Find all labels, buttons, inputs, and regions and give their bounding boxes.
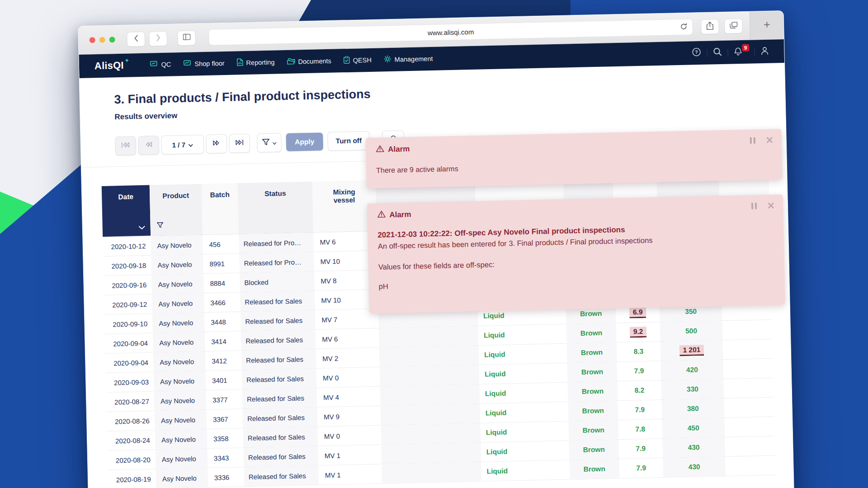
- header-status[interactable]: Status: [238, 182, 313, 234]
- cell-tail: [725, 436, 775, 456]
- nav-item-documents[interactable]: Documents: [287, 56, 331, 66]
- notification-count-badge: 9: [742, 44, 750, 51]
- cell-vessel: MV 0: [317, 426, 381, 446]
- cell-ph: 9.2: [616, 322, 660, 342]
- cell-appearance: Liquid: [480, 422, 569, 442]
- cell-batch: 456: [203, 234, 239, 254]
- divider: [727, 48, 728, 56]
- cell-value: 380: [661, 399, 724, 419]
- cell-status: Released for Sales: [244, 466, 319, 487]
- notifications-bell[interactable]: 9: [734, 47, 742, 57]
- results-page: 3. Final products / Final product inspec…: [80, 78, 793, 488]
- share-button[interactable]: [701, 19, 719, 34]
- navbar-utilities: ? 9: [692, 46, 769, 59]
- cell-appearance: Liquid: [481, 460, 570, 481]
- cell-spacer: [380, 365, 480, 386]
- pause-icon[interactable]: [750, 137, 755, 144]
- cell-product: Asy Novelo: [151, 274, 204, 294]
- new-tab-button[interactable]: +: [750, 11, 784, 40]
- cell-status: Released for Sales: [240, 291, 315, 312]
- nav-item-qesh[interactable]: QESH: [343, 55, 372, 65]
- cell-colour: Brown: [568, 420, 618, 440]
- next-page-button[interactable]: [206, 134, 227, 154]
- nav-item-label: Reporting: [246, 59, 274, 66]
- zoom-window-button[interactable]: [109, 37, 115, 42]
- help-icon[interactable]: ?: [692, 47, 701, 58]
- close-icon[interactable]: ✕: [767, 201, 775, 210]
- search-icon[interactable]: [713, 47, 722, 57]
- cell-appearance: Liquid: [481, 441, 569, 462]
- user-account-icon[interactable]: [760, 46, 769, 56]
- last-page-button[interactable]: [229, 134, 250, 153]
- cell-colour: Brown: [567, 343, 617, 362]
- cell-spacer: [380, 385, 480, 406]
- page-indicator-dropdown[interactable]: 1 / 7: [161, 135, 204, 155]
- cell-tail: [722, 320, 773, 340]
- previous-page-button[interactable]: [138, 136, 159, 155]
- sort-chevron-icon[interactable]: [139, 223, 145, 231]
- cell-spacer: [381, 423, 481, 445]
- cell-tail: [724, 398, 774, 418]
- address-bar[interactable]: www.alisqi.com: [208, 19, 693, 45]
- cell-batch: 3377: [206, 389, 243, 409]
- divider: [754, 48, 755, 56]
- cell-product: Asy Novelo: [154, 371, 206, 391]
- cell-value: 430: [662, 437, 725, 458]
- turn-off-button[interactable]: Turn off: [327, 131, 370, 151]
- cell-batch: 8884: [203, 273, 240, 293]
- cell-tail: [723, 359, 773, 379]
- first-page-button[interactable]: [115, 136, 136, 155]
- close-icon[interactable]: ✕: [765, 135, 774, 145]
- cell-tail: [724, 417, 774, 437]
- cell-status: Released for Sales: [243, 446, 318, 467]
- alarm-timestamp: 2021-12-03 10:22:22:: [377, 229, 453, 239]
- nav-item-shop-floor[interactable]: Shop floor: [183, 59, 225, 68]
- back-button[interactable]: [127, 31, 145, 47]
- alarm-fields-intro: Values for these fields are off-spec:: [378, 254, 774, 272]
- cell-value: 420: [660, 360, 723, 380]
- header-batch[interactable]: Batch: [202, 183, 239, 235]
- sidebar-toggle-button[interactable]: [177, 30, 196, 46]
- tab-overview-button[interactable]: [724, 18, 743, 33]
- nav-item-label: Shop floor: [194, 60, 224, 67]
- alarm-headline: Off-spec Asy Novelo Final product inspec…: [454, 225, 625, 238]
- pause-icon[interactable]: [751, 202, 757, 209]
- nav-item-qc[interactable]: QC: [150, 60, 171, 69]
- close-window-button[interactable]: [90, 37, 95, 43]
- alarm-title: Alarm: [388, 145, 410, 154]
- cell-colour: Brown: [569, 459, 619, 479]
- bell-icon: [734, 47, 742, 57]
- cell-date: 2020-09-10: [104, 314, 153, 334]
- alarm-message: There are 9 active alarms: [376, 158, 772, 175]
- cell-batch: 3414: [205, 331, 241, 351]
- apply-button[interactable]: Apply: [286, 132, 323, 151]
- header-product[interactable]: Product: [150, 184, 203, 235]
- header-label: Status: [264, 189, 286, 197]
- cell-colour: Brown: [566, 323, 617, 343]
- cell-batch: 8991: [203, 253, 240, 273]
- filter-dropdown-button[interactable]: [257, 133, 282, 152]
- cell-colour: Brown: [567, 362, 618, 382]
- cell-status: Released for Sales: [242, 369, 317, 389]
- turn-off-button-label: Turn off: [336, 136, 362, 145]
- browser-window: www.alisqi.com + AlisQI ✦: [78, 10, 796, 488]
- cell-ph: 7.9: [618, 400, 662, 420]
- cell-spacer: [382, 462, 481, 483]
- cell-batch: 3466: [204, 292, 241, 312]
- reload-icon[interactable]: [680, 23, 687, 32]
- nav-item-management[interactable]: Management: [384, 54, 433, 64]
- off-spec-value: 6.9: [629, 307, 646, 319]
- header-date[interactable]: Date: [102, 185, 151, 237]
- cell-batch: 3412: [205, 351, 242, 371]
- minimize-window-button[interactable]: [99, 37, 105, 42]
- nav-item-reporting[interactable]: Reporting: [236, 57, 274, 68]
- filter-funnel-icon[interactable]: [157, 222, 164, 230]
- cell-status: Released for Sales: [241, 310, 316, 331]
- forward-button[interactable]: [149, 31, 167, 46]
- cell-product: Asy Novelo: [156, 449, 208, 469]
- alisqi-logo[interactable]: AlisQI ✦: [94, 60, 124, 72]
- cell-value: 500: [660, 321, 723, 341]
- cell-status: Released for Sales: [242, 388, 317, 409]
- cell-ph: 8.3: [617, 342, 661, 361]
- cell-ph: 7.9: [617, 361, 661, 381]
